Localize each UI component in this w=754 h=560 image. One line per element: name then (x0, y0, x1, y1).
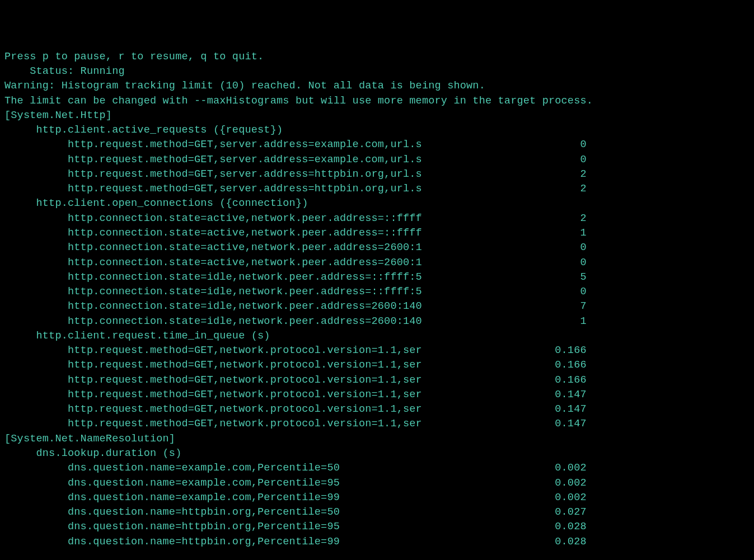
metric-value: 0.147 (428, 417, 587, 431)
metric-value: 0 (428, 241, 587, 255)
metric-row: dns.question.name=example.com,Percentile… (4, 491, 750, 505)
metric-label: http.connection.state=idle,network.peer.… (4, 299, 428, 314)
metric-label: http.request.method=GET,server.address=e… (4, 153, 428, 167)
metric-value: 0.028 (428, 535, 587, 549)
metric-row: http.connection.state=active,network.pee… (4, 256, 750, 270)
metric-row: http.connection.state=active,network.pee… (4, 241, 750, 255)
metric-label: http.request.method=GET,network.protocol… (4, 388, 428, 402)
metric-value: 0.027 (428, 505, 587, 520)
metric-value: 0 (428, 256, 587, 270)
warning-line: The limit can be changed with --maxHisto… (4, 94, 750, 109)
metric-label: dns.question.name=example.com,Percentile… (4, 461, 428, 476)
metric-name: http.client.request.time_in_queue (s) (4, 329, 750, 343)
metric-row: http.request.method=GET,network.protocol… (4, 417, 750, 431)
warning-line: Warning: Histogram tracking limit (10) r… (4, 79, 750, 93)
metric-value: 0 (428, 153, 587, 167)
metric-row: http.request.method=GET,network.protocol… (4, 343, 750, 358)
metric-value: 0.166 (428, 358, 587, 373)
metric-label: http.request.method=GET,server.address=h… (4, 167, 428, 182)
metric-label: http.connection.state=active,network.pee… (4, 226, 428, 241)
metric-row: http.connection.state=active,network.pee… (4, 211, 750, 226)
metric-value: 0.028 (428, 520, 587, 534)
metric-value: 0 (428, 138, 587, 152)
metric-label: http.request.method=GET,network.protocol… (4, 358, 428, 373)
metric-row: dns.question.name=httpbin.org,Percentile… (4, 520, 750, 534)
metric-row: http.request.method=GET,server.address=h… (4, 182, 750, 196)
metric-row: http.request.method=GET,server.address=e… (4, 138, 750, 152)
metric-row: http.connection.state=idle,network.peer.… (4, 314, 750, 329)
metric-label: http.request.method=GET,server.address=e… (4, 138, 428, 152)
metric-value: 0.147 (428, 402, 587, 417)
metric-value: 0.166 (428, 343, 587, 358)
metric-row: http.connection.state=idle,network.peer.… (4, 299, 750, 314)
section-title: [System.Net.NameResolution] (4, 432, 750, 446)
metric-row: http.connection.state=idle,network.peer.… (4, 270, 750, 285)
metric-label: dns.question.name=example.com,Percentile… (4, 491, 428, 505)
metric-row: http.request.method=GET,server.address=e… (4, 153, 750, 167)
metric-row: http.request.method=GET,network.protocol… (4, 402, 750, 417)
metric-row: http.request.method=GET,network.protocol… (4, 373, 750, 388)
metric-label: http.request.method=GET,network.protocol… (4, 417, 428, 431)
metric-row: dns.question.name=httpbin.org,Percentile… (4, 505, 750, 520)
metric-label: dns.question.name=example.com,Percentile… (4, 476, 428, 491)
metric-label: http.connection.state=active,network.pee… (4, 211, 428, 226)
metric-row: http.request.method=GET,network.protocol… (4, 388, 750, 402)
metric-name: http.client.open_connections ({connectio… (4, 196, 750, 211)
instructions-line: Press p to pause, r to resume, q to quit… (4, 50, 750, 64)
metric-value: 0.147 (428, 388, 587, 402)
metric-value: 2 (428, 182, 587, 196)
section-title: [System.Net.Http] (4, 109, 750, 123)
metric-value: 2 (428, 167, 587, 182)
status-line: Status: Running (4, 64, 750, 79)
metric-value: 5 (428, 270, 587, 285)
metric-row: http.request.method=GET,server.address=h… (4, 167, 750, 182)
metric-value: 0 (428, 285, 587, 299)
metric-label: http.connection.state=active,network.pee… (4, 241, 428, 255)
metric-row: dns.question.name=example.com,Percentile… (4, 476, 750, 491)
metric-label: dns.question.name=httpbin.org,Percentile… (4, 520, 428, 534)
metric-label: http.connection.state=active,network.pee… (4, 256, 428, 270)
metric-label: dns.question.name=httpbin.org,Percentile… (4, 535, 428, 549)
metric-label: http.request.method=GET,network.protocol… (4, 343, 428, 358)
terminal-output: Press p to pause, r to resume, q to quit… (4, 50, 750, 549)
metric-name: dns.lookup.duration (s) (4, 446, 750, 461)
metric-value: 0.002 (428, 461, 587, 476)
metric-value: 0.002 (428, 476, 587, 491)
metric-label: http.request.method=GET,network.protocol… (4, 402, 428, 417)
metric-label: http.request.method=GET,network.protocol… (4, 373, 428, 388)
metric-label: dns.question.name=httpbin.org,Percentile… (4, 505, 428, 520)
metric-row: dns.question.name=example.com,Percentile… (4, 461, 750, 476)
metric-row: http.connection.state=idle,network.peer.… (4, 285, 750, 299)
metric-value: 0.166 (428, 373, 587, 388)
metric-value: 0.002 (428, 491, 587, 505)
metric-value: 1 (428, 314, 587, 329)
metric-value: 2 (428, 211, 587, 226)
metric-value: 1 (428, 226, 587, 241)
metric-row: dns.question.name=httpbin.org,Percentile… (4, 535, 750, 549)
metric-value: 7 (428, 299, 587, 314)
metric-label: http.connection.state=idle,network.peer.… (4, 285, 428, 299)
metric-label: http.connection.state=idle,network.peer.… (4, 270, 428, 285)
metric-label: http.request.method=GET,server.address=h… (4, 182, 428, 196)
metric-label: http.connection.state=idle,network.peer.… (4, 314, 428, 329)
metric-row: http.connection.state=active,network.pee… (4, 226, 750, 241)
metric-name: http.client.active_requests ({request}) (4, 123, 750, 138)
metric-row: http.request.method=GET,network.protocol… (4, 358, 750, 373)
